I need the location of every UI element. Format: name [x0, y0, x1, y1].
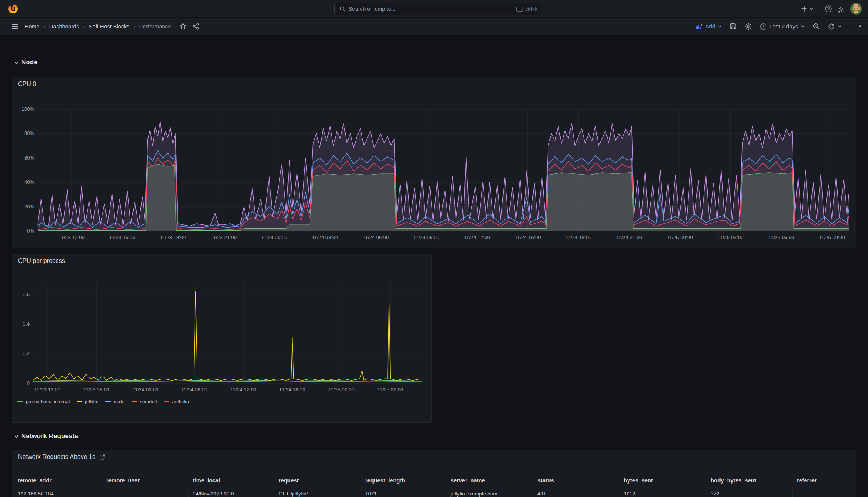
x-tick-label: 11/23 18:00 [83, 387, 110, 392]
column-divider [706, 490, 706, 497]
save-dashboard-button[interactable] [729, 23, 737, 30]
avatar[interactable] [850, 3, 862, 15]
table-cell: 1012 [624, 491, 635, 497]
section-row-network-requests[interactable]: Network Requests [14, 432, 78, 440]
section-row-node[interactable]: Node [14, 58, 38, 66]
help-button[interactable] [825, 5, 832, 13]
breadcrumb-item[interactable]: Self Host Blocks [89, 23, 130, 30]
series-line-smartctl [33, 382, 422, 382]
y-tick-label: 0 [27, 380, 30, 386]
x-tick-label: 11/24 12:00 [230, 387, 257, 392]
legend-color-pill [77, 401, 82, 402]
column-divider [619, 490, 619, 497]
column-header-body_bytes_sent[interactable]: body_bytes_sent [711, 477, 756, 484]
column-header-remote_user[interactable]: remote_user [106, 477, 140, 484]
legend-label: jellyfin [85, 399, 98, 404]
search-input[interactable]: Search or jump to... ctrl+k [334, 3, 542, 15]
breadcrumb-item[interactable]: Dashboards [49, 23, 79, 30]
legend-item-authelia[interactable]: authelia [164, 399, 189, 404]
panel-cpu-per-process: CPU per process 00.20.40.611/23 12:0011/… [12, 254, 432, 423]
panel-title[interactable]: CPU 0 [18, 81, 36, 88]
column-header-bytes_sent[interactable]: bytes_sent [624, 477, 653, 484]
new-dropdown-button[interactable] [801, 5, 813, 12]
column-divider [792, 490, 793, 497]
x-tick-label: 11/24 06:00 [362, 234, 389, 240]
dashboard-settings-gear-icon[interactable] [744, 23, 752, 30]
panel-cpu0: CPU 0 0%20%40%60%80%100%11/23 12:0011/23… [12, 77, 856, 248]
breadcrumb-item[interactable]: Home [25, 23, 40, 30]
graph-bar-icon [696, 23, 703, 30]
x-tick-label: 11/24 00:00 [132, 387, 159, 392]
table-cell: 24/Nov/2023 00:0 [193, 491, 234, 497]
zoom-out-time-icon[interactable] [813, 23, 820, 30]
x-tick-label: 11/24 18:00 [279, 387, 305, 392]
chevron-down-icon [809, 7, 813, 11]
table-cell: GET /jellyfin/ [279, 491, 308, 497]
column-divider [533, 490, 533, 497]
chevron-down-icon [838, 24, 842, 28]
add-panel-button[interactable]: Add [696, 23, 722, 30]
cpu_per_process-svg: 00.20.40.611/23 12:0011/23 18:0011/24 00… [12, 269, 432, 396]
column-header-remote_addr[interactable]: remote_addr [18, 477, 52, 484]
panel-title[interactable]: Network Requests Above 1s [18, 454, 105, 460]
keyboard-icon [516, 7, 523, 12]
x-tick-label: 11/24 06:00 [181, 387, 207, 392]
y-tick-label: 0.4 [23, 321, 30, 327]
table-row[interactable]: 192.168.50.10424/Nov/2023 00:0GET /jelly… [12, 490, 856, 497]
top-nav-bar: Search or jump to... ctrl+k [0, 0, 868, 18]
legend-label: smartctl [140, 399, 157, 404]
collapse-toolbar-chevron-up-icon[interactable] [858, 24, 863, 29]
legend-item-jellyfin[interactable]: jellyfin [77, 399, 98, 404]
cpu0-chart[interactable]: 0%20%40%60%80%100%11/23 12:0011/23 15:00… [12, 94, 857, 246]
x-tick-label: 11/25 00:00 [328, 387, 354, 392]
legend-color-pill [17, 401, 23, 402]
x-tick-label: 11/24 00:00 [261, 234, 287, 240]
column-header-time_local[interactable]: time_local [193, 477, 220, 484]
share-icon[interactable] [192, 23, 199, 30]
panel-network-requests: Network Requests Above 1s remote_addrrem… [12, 450, 856, 497]
column-header-request[interactable]: request [279, 477, 299, 484]
chevron-down-icon [14, 60, 19, 65]
divider [850, 22, 850, 31]
legend-item-prometheus_internal[interactable]: prometheus_internal [17, 399, 70, 404]
x-tick-label: 11/24 15:00 [515, 234, 541, 240]
breadcrumb-separator-icon: › [83, 23, 85, 30]
column-header-server_name[interactable]: server_name [451, 477, 485, 484]
x-tick-label: 11/25 06:00 [377, 387, 403, 392]
column-header-referrer[interactable]: referrer [797, 477, 817, 484]
news-rss-button[interactable] [838, 5, 845, 13]
favorite-star-icon[interactable] [179, 23, 187, 30]
breadcrumb-separator-icon: › [43, 23, 45, 30]
chevron-down-icon [14, 434, 19, 439]
time-range-picker[interactable]: Last 2 days [760, 23, 805, 30]
panel-title[interactable]: CPU per process [18, 258, 65, 264]
legend-item-node[interactable]: node [105, 399, 125, 404]
breadcrumb-separator-icon: › [133, 23, 135, 30]
external-link-icon[interactable] [99, 454, 105, 460]
breadcrumb-item[interactable]: Performance [139, 23, 171, 30]
chevron-down-icon [718, 24, 722, 28]
x-tick-label: 11/25 03:00 [718, 234, 744, 240]
y-tick-label: 40% [24, 179, 34, 185]
grafana-logo-icon[interactable] [8, 3, 18, 14]
clock-icon [760, 23, 767, 30]
column-header-request_length[interactable]: request_length [365, 477, 405, 484]
table-cell: 372 [711, 491, 719, 497]
cpu-per-process-chart[interactable]: 00.20.40.611/23 12:0011/23 18:0011/24 00… [12, 269, 432, 398]
chevron-down-icon [801, 24, 805, 28]
chart-legend: prometheus_internaljellyfinnodesmartctla… [17, 399, 189, 404]
column-divider [361, 490, 361, 497]
search-placeholder: Search or jump to... [349, 6, 513, 12]
series-line-jellyfin [33, 291, 422, 380]
x-tick-label: 11/24 09:00 [413, 234, 439, 240]
x-tick-label: 11/23 12:00 [34, 387, 60, 392]
x-tick-label: 11/24 21:00 [616, 234, 642, 240]
hamburger-menu-button[interactable] [12, 23, 19, 30]
column-divider [274, 490, 274, 497]
refresh-button[interactable] [828, 23, 842, 30]
table-cell: 192.168.50.104 [18, 491, 54, 497]
column-header-status[interactable]: status [537, 477, 554, 484]
legend-color-pill [132, 401, 137, 402]
legend-item-smartctl[interactable]: smartctl [132, 399, 157, 404]
table-cell: 1071 [365, 491, 377, 497]
